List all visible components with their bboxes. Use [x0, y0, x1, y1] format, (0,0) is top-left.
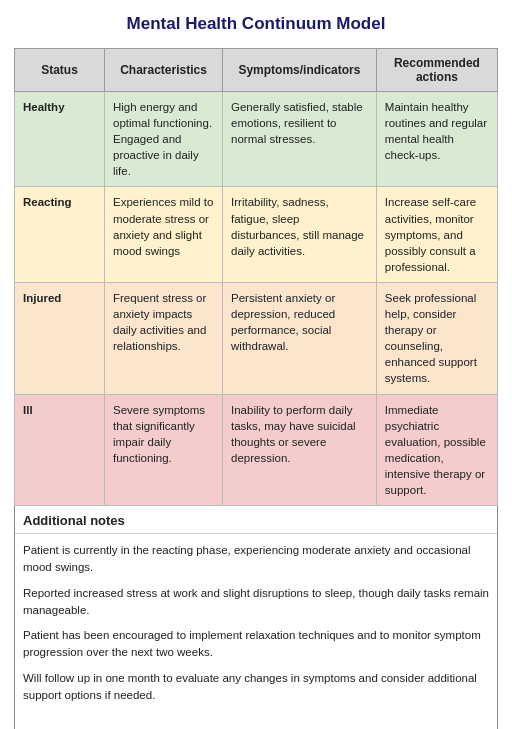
- notes-header: Additional notes: [15, 506, 497, 534]
- table-row: Injured Frequent stress or anxiety impac…: [15, 282, 498, 394]
- notes-section: Additional notes Patient is currently in…: [14, 506, 498, 729]
- table-row: Healthy High energy and optimal function…: [15, 92, 498, 187]
- notes-paragraph: Will follow up in one month to evaluate …: [23, 670, 489, 705]
- actions-cell: Immediate psychiatric evaluation, possib…: [376, 394, 497, 506]
- notes-paragraph: Reported increased stress at work and sl…: [23, 585, 489, 620]
- table-row: Ill Severe symptoms that significantly i…: [15, 394, 498, 506]
- status-cell: Injured: [15, 282, 105, 394]
- notes-paragraph: Patient has been encouraged to implement…: [23, 627, 489, 662]
- actions-cell: Maintain healthy routines and regular me…: [376, 92, 497, 187]
- notes-body: Patient is currently in the reacting pha…: [15, 534, 497, 729]
- symptoms-cell: Persistent anxiety or depression, reduce…: [223, 282, 377, 394]
- main-table: Status Characteristics Symptoms/indicato…: [14, 48, 498, 506]
- col-header-status: Status: [15, 49, 105, 92]
- table-header-row: Status Characteristics Symptoms/indicato…: [15, 49, 498, 92]
- page-title: Mental Health Continuum Model: [14, 10, 498, 38]
- col-header-actions: Recommended actions: [376, 49, 497, 92]
- characteristics-cell: Experiences mild to moderate stress or a…: [105, 187, 223, 282]
- col-header-symptoms: Symptoms/indicators: [223, 49, 377, 92]
- notes-paragraph: Patient is currently in the reacting pha…: [23, 542, 489, 577]
- status-cell: Reacting: [15, 187, 105, 282]
- table-row: Reacting Experiences mild to moderate st…: [15, 187, 498, 282]
- characteristics-cell: Severe symptoms that significantly impai…: [105, 394, 223, 506]
- col-header-characteristics: Characteristics: [105, 49, 223, 92]
- symptoms-cell: Generally satisfied, stable emotions, re…: [223, 92, 377, 187]
- symptoms-cell: Irritability, sadness, fatigue, sleep di…: [223, 187, 377, 282]
- status-cell: Ill: [15, 394, 105, 506]
- actions-cell: Seek professional help, consider therapy…: [376, 282, 497, 394]
- characteristics-cell: High energy and optimal functioning. Eng…: [105, 92, 223, 187]
- characteristics-cell: Frequent stress or anxiety impacts daily…: [105, 282, 223, 394]
- status-cell: Healthy: [15, 92, 105, 187]
- page-wrapper: Mental Health Continuum Model Status Cha…: [0, 0, 512, 729]
- actions-cell: Increase self-care activities, monitor s…: [376, 187, 497, 282]
- symptoms-cell: Inability to perform daily tasks, may ha…: [223, 394, 377, 506]
